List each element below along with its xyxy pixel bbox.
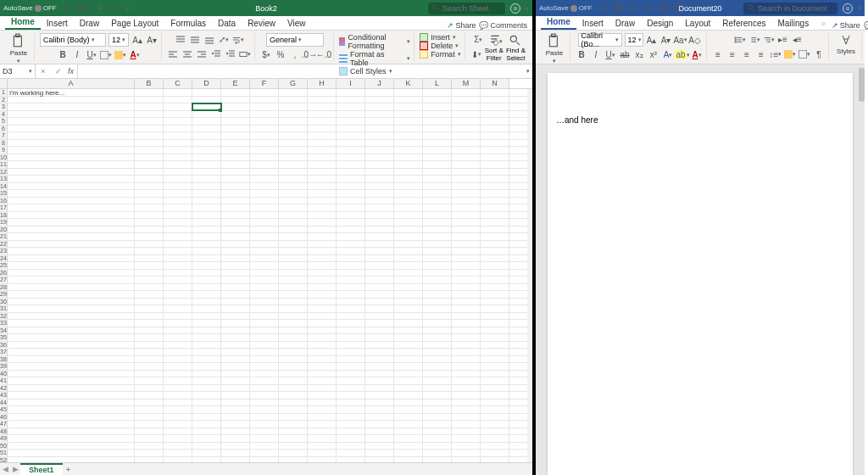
qat-more-icon[interactable]: ▾ xyxy=(123,3,133,14)
cell-E16[interactable] xyxy=(221,198,250,204)
cell-G41[interactable] xyxy=(279,377,308,384)
cell-K4[interactable] xyxy=(394,111,423,118)
cell-A49[interactable] xyxy=(8,435,135,442)
row-header[interactable]: 27 xyxy=(0,277,8,283)
cell-J40[interactable] xyxy=(365,371,394,377)
cell-L42[interactable] xyxy=(423,385,452,392)
cell-A28[interactable] xyxy=(8,284,135,291)
cell-E7[interactable] xyxy=(221,132,250,139)
row-header[interactable]: 3 xyxy=(0,103,8,110)
cell-L3[interactable] xyxy=(423,103,452,110)
cell-H5[interactable] xyxy=(308,118,337,125)
cell-C19[interactable] xyxy=(164,219,192,226)
cell-B25[interactable] xyxy=(135,262,164,269)
cell-B44[interactable] xyxy=(135,400,164,406)
undo-icon[interactable] xyxy=(628,3,638,14)
cell-F12[interactable] xyxy=(250,169,279,176)
cell-C39[interactable] xyxy=(164,363,192,370)
cell-H52[interactable] xyxy=(308,457,337,463)
currency-icon[interactable]: $▾ xyxy=(260,49,272,61)
cell-H35[interactable] xyxy=(308,334,337,341)
cell-F16[interactable] xyxy=(250,198,279,204)
cell-H18[interactable] xyxy=(308,212,337,219)
cell-D51[interactable] xyxy=(192,450,221,456)
cell-D3[interactable] xyxy=(192,103,221,110)
cell-N43[interactable] xyxy=(481,392,509,399)
cell-C48[interactable] xyxy=(164,428,192,435)
cell-G17[interactable] xyxy=(279,204,308,211)
row-header[interactable]: 5 xyxy=(0,118,8,125)
cell-M41[interactable] xyxy=(452,377,481,384)
col-header-J[interactable]: J xyxy=(365,79,394,88)
cell-A38[interactable] xyxy=(8,356,135,363)
cell-L40[interactable] xyxy=(423,371,452,377)
cell-E3[interactable] xyxy=(221,103,250,110)
cell-M11[interactable] xyxy=(452,161,481,168)
row-header[interactable]: 34 xyxy=(0,327,8,334)
cell-D20[interactable] xyxy=(192,226,221,233)
cell-B15[interactable] xyxy=(135,190,164,197)
cell-I20[interactable] xyxy=(337,226,365,233)
cell-I19[interactable] xyxy=(337,219,365,226)
cell-J52[interactable] xyxy=(365,457,394,463)
cell-F18[interactable] xyxy=(250,212,279,219)
cell-B33[interactable] xyxy=(135,320,164,327)
cell-B27[interactable] xyxy=(135,277,164,283)
bullets-icon[interactable]: ▾ xyxy=(734,34,746,46)
cell-F40[interactable] xyxy=(250,371,279,377)
cell-H19[interactable] xyxy=(308,219,337,226)
cell-M2[interactable] xyxy=(452,97,481,103)
cell-M19[interactable] xyxy=(452,219,481,226)
cell-C45[interactable] xyxy=(164,406,192,413)
cell-B24[interactable] xyxy=(135,255,164,262)
cell-I4[interactable] xyxy=(337,111,365,118)
cell-E9[interactable] xyxy=(221,147,250,154)
cell-B21[interactable] xyxy=(135,233,164,240)
cell-C11[interactable] xyxy=(164,161,192,168)
cell-I42[interactable] xyxy=(337,385,365,392)
cell-E23[interactable] xyxy=(221,248,250,254)
cell-M45[interactable] xyxy=(452,406,481,413)
cell-K13[interactable] xyxy=(394,176,423,182)
cell-G23[interactable] xyxy=(279,248,308,254)
cell-L11[interactable] xyxy=(423,161,452,168)
cell-N9[interactable] xyxy=(481,147,509,154)
cell-J42[interactable] xyxy=(365,385,394,392)
cell-K16[interactable] xyxy=(394,198,423,204)
cell-L51[interactable] xyxy=(423,450,452,456)
cell-G39[interactable] xyxy=(279,363,308,370)
cell-F48[interactable] xyxy=(250,428,279,435)
cell-A48[interactable] xyxy=(8,428,135,435)
cell-K30[interactable] xyxy=(394,299,423,305)
print-icon[interactable] xyxy=(659,3,669,14)
cell-L15[interactable] xyxy=(423,190,452,197)
cell-G21[interactable] xyxy=(279,233,308,240)
cell-E37[interactable] xyxy=(221,349,250,355)
row-header[interactable]: 13 xyxy=(0,176,8,182)
cell-A39[interactable] xyxy=(8,363,135,370)
cell-I30[interactable] xyxy=(337,299,365,305)
cell-F24[interactable] xyxy=(250,255,279,262)
cell-C49[interactable] xyxy=(164,435,192,442)
cell-N13[interactable] xyxy=(481,176,509,182)
insert-cells-button[interactable]: Insert▾ xyxy=(420,33,456,42)
cell-N6[interactable] xyxy=(481,126,509,132)
cell-E35[interactable] xyxy=(221,334,250,341)
cell-C9[interactable] xyxy=(164,147,192,154)
cell-D47[interactable] xyxy=(192,421,221,428)
cell-A41[interactable] xyxy=(8,377,135,384)
cell-L17[interactable] xyxy=(423,204,452,211)
grow-font-icon[interactable]: A▴ xyxy=(646,34,658,46)
cell-H33[interactable] xyxy=(308,320,337,327)
cell-D44[interactable] xyxy=(192,400,221,406)
cell-D8[interactable] xyxy=(192,140,221,147)
cell-N24[interactable] xyxy=(481,255,509,262)
cell-N38[interactable] xyxy=(481,356,509,363)
cell-G42[interactable] xyxy=(279,385,308,392)
border-button[interactable]: ▾ xyxy=(798,48,810,60)
col-header-I[interactable]: I xyxy=(337,79,365,88)
cell-I23[interactable] xyxy=(337,248,365,254)
cell-J20[interactable] xyxy=(365,226,394,233)
row-header[interactable]: 4 xyxy=(0,111,8,118)
cell-M20[interactable] xyxy=(452,226,481,233)
